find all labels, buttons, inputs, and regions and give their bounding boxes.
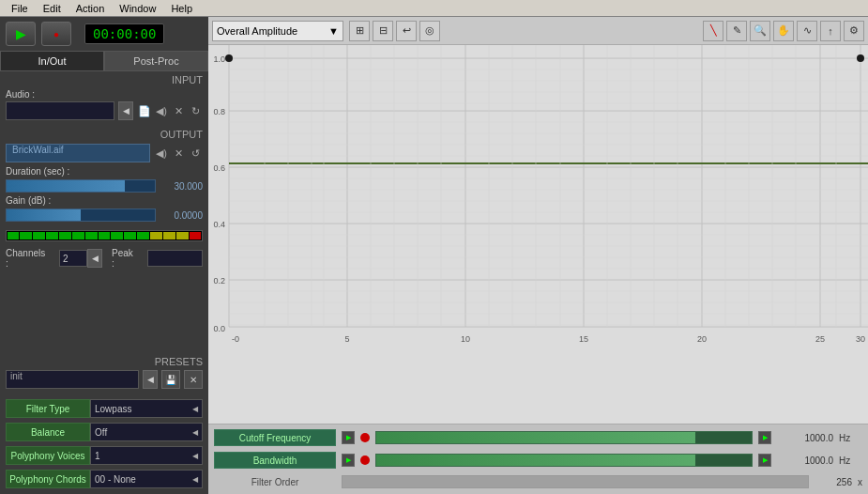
x-label-5: 5: [344, 334, 349, 344]
bandwidth-label-btn[interactable]: Bandwidth: [214, 452, 336, 469]
menu-action[interactable]: Action: [69, 0, 113, 16]
peak-value: [147, 250, 203, 267]
vu-seg-6: [72, 232, 84, 239]
output-stop-icon[interactable]: ✕: [171, 146, 186, 161]
toolbar-icon-eye[interactable]: ◎: [419, 21, 440, 41]
channels-value[interactable]: 2: [59, 250, 87, 267]
filter-order-fill: [343, 476, 808, 487]
output-icons: ◀) ✕ ↺: [154, 146, 203, 161]
menu-file[interactable]: File: [4, 0, 36, 16]
toolbar-up-icon[interactable]: ↑: [820, 21, 841, 41]
duration-slider[interactable]: [6, 179, 156, 193]
cutoff-dot: [360, 433, 370, 442]
cutoff-slider[interactable]: [375, 431, 753, 444]
toolbar-icon-grid[interactable]: ⊞: [349, 21, 370, 41]
tab-postproc[interactable]: Post-Proc: [104, 51, 208, 71]
polyphony-chords-dropdown[interactable]: 00 - None ◀: [90, 470, 203, 488]
cutoff-param-row: Cutoff Frequency ▶ ▶ 1000.0 Hz: [214, 427, 862, 448]
filter-order-value: 256: [815, 477, 852, 487]
bandwidth-dot: [360, 455, 370, 465]
gain-fill: [7, 209, 81, 221]
polyphony-chords-label: Polyphony Chords: [6, 470, 90, 488]
duration-value: 30.000: [156, 181, 203, 192]
channels-label: Channels :: [6, 248, 50, 269]
balance-arrow: ◀: [192, 428, 198, 437]
output-speaker-icon[interactable]: ◀): [154, 146, 169, 161]
toolbar-pencil-icon[interactable]: ✎: [726, 21, 747, 41]
toolbar-icon-minus[interactable]: ⊟: [373, 21, 393, 41]
bandwidth-param-row: Bandwidth ▶ ▶ 1000.0 Hz: [214, 450, 862, 471]
vu-seg-5: [59, 232, 71, 239]
polyphony-voices-label: Polyphony Voices: [6, 446, 90, 465]
polyphony-chords-arrow: ◀: [192, 475, 198, 484]
toolbar-wave-icon[interactable]: ∿: [797, 21, 817, 41]
menu-window[interactable]: Window: [112, 0, 163, 16]
preset-value: init: [10, 371, 23, 381]
x-label-20: 20: [697, 334, 707, 344]
audio-play-icon[interactable]: ◀): [154, 103, 169, 118]
output-file-row: BrickWall.aif ◀) ✕ ↺: [6, 144, 203, 162]
tabs: In/Out Post-Proc: [0, 51, 208, 71]
cutoff-play-btn[interactable]: ▶: [342, 431, 355, 444]
output-label: OUTPUT: [0, 126, 208, 142]
envelope-dropdown[interactable]: Overall Amplitude ▼: [212, 21, 343, 41]
preset-save-button[interactable]: 💾: [161, 370, 180, 389]
toolbar-settings-icon[interactable]: ⚙: [844, 21, 864, 41]
presets-row: init ◀ 💾 ✕: [6, 370, 203, 389]
filter-type-dropdown[interactable]: Lowpass ◀: [90, 399, 203, 418]
play-button[interactable]: ▶: [6, 22, 36, 46]
audio-loop-icon[interactable]: ↻: [188, 103, 203, 118]
toolbar-cursor-icon[interactable]: ╲: [703, 21, 723, 41]
filter-order-slider[interactable]: [342, 475, 809, 488]
bandwidth-play-btn[interactable]: ▶: [342, 454, 355, 467]
preset-delete-button[interactable]: ✕: [184, 370, 203, 389]
menu-help[interactable]: Help: [163, 0, 200, 16]
audio-dropdown-row: ◀ 📄 ◀) ✕ ↻: [6, 101, 203, 120]
y-label-06: 0.6: [213, 163, 225, 173]
balance-dropdown[interactable]: Off ◀: [90, 423, 203, 441]
bandwidth-slider[interactable]: [375, 454, 753, 467]
channels-arrow[interactable]: ◀: [87, 249, 102, 268]
filter-type-row: Filter Type Lowpass ◀: [6, 398, 203, 419]
y-label-10: 1.0: [213, 54, 225, 64]
gain-row: Gain (dB) :: [6, 195, 203, 206]
cutoff-label-btn[interactable]: Cutoff Frequency: [214, 429, 336, 446]
vu-seg-14: [176, 232, 189, 239]
gain-slider[interactable]: [6, 208, 156, 222]
filter-order-label: Filter Order: [214, 477, 336, 487]
toolbar-hand-icon[interactable]: ✋: [773, 21, 794, 41]
envelope-start-point[interactable]: [225, 54, 233, 62]
polyphony-voices-dropdown[interactable]: 1 ◀: [90, 446, 203, 465]
transport-bar: ▶ ● 00:00:00: [0, 17, 208, 51]
toolbar-zoom-icon[interactable]: 🔍: [750, 21, 770, 41]
preset-arrow[interactable]: ◀: [143, 370, 158, 389]
record-button[interactable]: ●: [41, 22, 71, 46]
vu-seg-15: [190, 232, 202, 239]
bandwidth-unit: Hz: [839, 455, 862, 466]
graph-area: 1.0 0.8 0.6 0.4 0.2 0.0 -0 5: [208, 45, 868, 424]
graph-svg: 1.0 0.8 0.6 0.4 0.2 0.0 -0 5: [208, 45, 868, 424]
polyphony-chords-value: 00 - None: [95, 474, 136, 485]
menu-edit[interactable]: Edit: [36, 0, 69, 16]
y-label-02: 0.2: [213, 276, 225, 286]
cutoff-right-btn[interactable]: ▶: [758, 431, 771, 444]
envelope-end-point[interactable]: [857, 54, 864, 62]
vu-seg-8: [99, 232, 111, 239]
x-label-30: 30: [856, 334, 865, 344]
audio-stop-icon[interactable]: ✕: [171, 103, 186, 118]
audio-file-icon[interactable]: 📄: [137, 103, 152, 118]
audio-dropdown[interactable]: [6, 101, 114, 120]
toolbar-right-icons: ╲ ✎ 🔍 ✋ ∿ ↑ ⚙: [703, 21, 864, 41]
balance-row: Balance Off ◀: [6, 422, 203, 442]
output-refresh-icon[interactable]: ↺: [188, 146, 203, 161]
toolbar-icon-undo[interactable]: ↩: [396, 21, 417, 41]
audio-dropdown-arrow[interactable]: ◀: [118, 101, 133, 120]
filter-type-arrow: ◀: [192, 405, 198, 413]
bandwidth-right-btn[interactable]: ▶: [758, 454, 771, 467]
output-file-button[interactable]: BrickWall.aif: [6, 144, 150, 162]
tab-inout[interactable]: In/Out: [0, 51, 104, 71]
preset-dropdown[interactable]: init: [6, 370, 139, 389]
envelope-arrow-icon: ▼: [328, 25, 339, 37]
x-label-15: 15: [579, 334, 588, 344]
vu-seg-11: [137, 232, 149, 239]
